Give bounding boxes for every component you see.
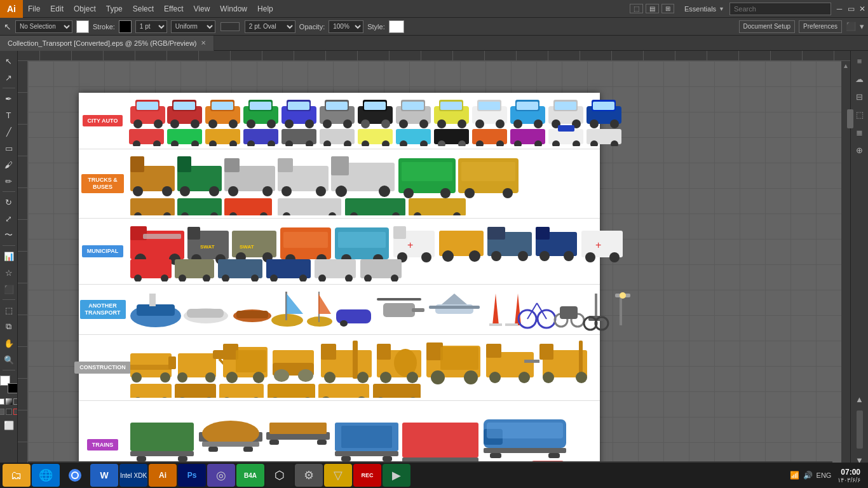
svg-point-22 bbox=[285, 119, 294, 128]
warp-btn[interactable]: 〜 bbox=[1, 227, 17, 243]
menu-file[interactable]: File bbox=[23, 0, 45, 18]
presentation-btn[interactable]: ⬜ bbox=[1, 417, 17, 433]
more-options-icon[interactable]: ▾ bbox=[860, 22, 864, 31]
close-btn[interactable]: ✕ bbox=[857, 0, 868, 18]
transform-btn[interactable]: ⬚ bbox=[852, 107, 867, 122]
fill-swatch[interactable] bbox=[76, 20, 89, 33]
canvas-h-area: CITY AUTO bbox=[18, 61, 850, 470]
menu-window[interactable]: Window bbox=[215, 0, 252, 18]
menu-type[interactable]: Type bbox=[101, 0, 128, 18]
right-scroll-thumb[interactable] bbox=[857, 410, 863, 449]
essentials-dropdown-icon[interactable]: ▼ bbox=[719, 6, 724, 12]
menu-effect[interactable]: Effect bbox=[159, 0, 188, 18]
svg-point-283 bbox=[464, 370, 478, 384]
maximize-btn[interactable]: ▭ bbox=[845, 0, 857, 18]
document-setup-btn[interactable]: Document Setup bbox=[739, 20, 796, 33]
taskbar-bird-app[interactable]: ▶ bbox=[383, 464, 410, 487]
search-input[interactable] bbox=[729, 3, 831, 15]
menu-help[interactable]: Help bbox=[252, 0, 278, 18]
svg-point-37 bbox=[399, 119, 408, 128]
taskbar-clock[interactable]: 07:00 ۱۴۰۳/۶/۶ bbox=[832, 468, 865, 484]
back-draw-btn[interactable] bbox=[6, 409, 12, 415]
type-tool-btn[interactable]: T bbox=[1, 107, 17, 123]
taskbar-file-explorer[interactable]: 🗂 bbox=[3, 464, 31, 487]
normal-draw-btn[interactable] bbox=[0, 409, 4, 415]
selection-dropdown[interactable]: No Selection bbox=[15, 20, 72, 33]
menu-object[interactable]: Object bbox=[69, 0, 101, 18]
taskbar-bandicam[interactable]: REC bbox=[353, 464, 381, 487]
fill-none-btn[interactable] bbox=[0, 398, 4, 405]
cc-libraries-btn[interactable]: ☁ bbox=[852, 71, 867, 86]
slice-btn[interactable]: ⧉ bbox=[1, 319, 17, 334]
grid-btn[interactable]: ⊞ bbox=[661, 4, 674, 13]
pathfinder-btn[interactable]: ⊕ bbox=[852, 142, 867, 158]
tab-close-btn[interactable]: ✕ bbox=[201, 39, 206, 46]
svg-point-27 bbox=[323, 119, 332, 128]
taskbar-b4a[interactable]: B4A bbox=[236, 464, 264, 487]
stroke-width-select[interactable]: 1 pt bbox=[135, 20, 167, 33]
svg-point-12 bbox=[208, 119, 217, 128]
symbol-btn[interactable]: ☆ bbox=[1, 265, 17, 280]
taskbar-ie[interactable]: 🌐 bbox=[32, 464, 60, 487]
align-btn[interactable]: ≣ bbox=[852, 125, 867, 140]
rotate-btn[interactable]: ↻ bbox=[1, 194, 17, 210]
none-btn[interactable] bbox=[13, 398, 18, 405]
taskbar-word[interactable]: W bbox=[90, 464, 118, 487]
taskbar-illustrator[interactable]: Ai bbox=[149, 464, 177, 487]
svg-rect-329 bbox=[383, 456, 392, 461]
stroke-swatch[interactable] bbox=[119, 20, 132, 33]
minimize-btn[interactable]: ─ bbox=[834, 0, 845, 18]
menu-view[interactable]: View bbox=[189, 0, 215, 18]
scale-btn[interactable]: ⤢ bbox=[1, 211, 17, 226]
taskbar-chrome[interactable] bbox=[61, 464, 89, 487]
zoom-tool-btn[interactable]: 🔍 bbox=[1, 352, 17, 367]
stroke-style-select[interactable]: 2 pt. Oval bbox=[245, 20, 295, 33]
inside-draw-btn[interactable] bbox=[13, 409, 18, 415]
rect-tool-btn[interactable]: ▭ bbox=[1, 140, 17, 156]
svg-rect-313 bbox=[130, 451, 194, 456]
artboard-btn[interactable]: ⬚ bbox=[1, 302, 17, 318]
line-tool-btn[interactable]: ╱ bbox=[1, 124, 17, 139]
screen-mode-btn[interactable]: ⬚ bbox=[630, 4, 643, 13]
document-tab[interactable]: Collection_Transport [Converted].eps @ 2… bbox=[0, 36, 214, 51]
arrange-icon[interactable]: ⬛ bbox=[846, 22, 856, 31]
opacity-select[interactable]: 100% bbox=[329, 20, 363, 33]
taskbar-vectorize[interactable]: ▽ bbox=[324, 464, 352, 487]
canvas-area[interactable]: CITY AUTO bbox=[28, 61, 841, 470]
pen-tool-btn[interactable]: ✒ bbox=[1, 91, 17, 106]
svg-point-264 bbox=[253, 372, 264, 383]
menu-edit[interactable]: Edit bbox=[45, 0, 69, 18]
paintbrush-btn[interactable]: 🖌 bbox=[1, 157, 17, 172]
stroke-color[interactable] bbox=[8, 383, 18, 393]
scroll-v-thumb[interactable] bbox=[847, 109, 853, 128]
style-swatch[interactable] bbox=[389, 20, 404, 33]
scroll-up-btn[interactable]: ▲ bbox=[841, 61, 850, 71]
taskbar-gear[interactable]: ⚙ bbox=[295, 464, 323, 487]
gradient-btn[interactable] bbox=[6, 398, 12, 405]
vertical-scrollbar[interactable]: ▲ ▼ bbox=[841, 61, 850, 470]
svg-marker-223 bbox=[318, 294, 331, 314]
layers-panel-btn[interactable]: ≡ bbox=[852, 53, 867, 69]
graph-btn[interactable]: 📊 bbox=[1, 248, 17, 264]
taskbar-unity[interactable]: ⬡ bbox=[266, 464, 294, 487]
menu-select[interactable]: Select bbox=[128, 0, 159, 18]
preferences-btn[interactable]: Preferences bbox=[799, 20, 842, 33]
svg-rect-281 bbox=[440, 347, 478, 370]
stroke-type-select[interactable]: Uniform bbox=[171, 20, 215, 33]
tool-separator-2 bbox=[3, 191, 15, 192]
pencil-btn[interactable]: ✏ bbox=[1, 173, 17, 189]
selection-tool-btn[interactable]: ↖ bbox=[1, 53, 17, 69]
properties-btn[interactable]: ⊟ bbox=[852, 89, 867, 104]
taskbar-photoshop[interactable]: Ps bbox=[178, 464, 206, 487]
bitmap-btn[interactable]: ▤ bbox=[646, 4, 659, 13]
direct-selection-btn[interactable]: ↗ bbox=[1, 70, 17, 85]
lang-indicator[interactable]: ENG bbox=[817, 471, 832, 479]
hand-btn[interactable]: ✋ bbox=[1, 336, 17, 351]
taskbar-browser2[interactable]: ◎ bbox=[207, 464, 235, 487]
right-scroll-up[interactable]: ▲ bbox=[852, 391, 867, 407]
taskbar-intel-xdk[interactable]: Intel XDK bbox=[119, 464, 147, 487]
trucks-buses-section: TRUCKS & BUSES bbox=[79, 149, 600, 219]
column-graph-btn[interactable]: ⬛ bbox=[1, 281, 17, 297]
svg-rect-336 bbox=[487, 423, 563, 438]
svg-rect-155 bbox=[143, 234, 181, 239]
